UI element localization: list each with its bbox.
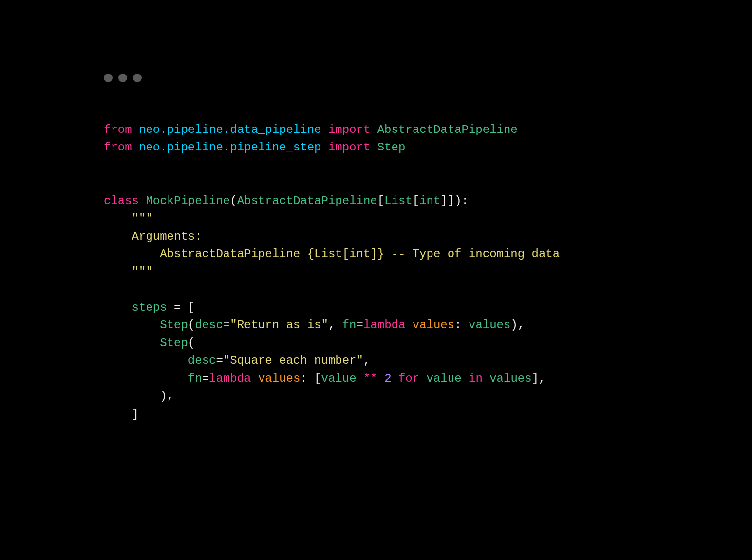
keyword-from: from [104, 123, 132, 136]
punct: ( [188, 318, 195, 332]
punct: , [363, 354, 370, 367]
call-name: Step [160, 336, 188, 350]
keyword-lambda: lambda [363, 318, 405, 332]
punct: : [454, 318, 469, 332]
code-block: from neo.pipeline.data_pipeline import A… [104, 121, 663, 423]
docstring: Arguments: [104, 230, 202, 243]
window-traffic-lights [104, 74, 663, 82]
punct: ( [188, 336, 195, 350]
close-icon[interactable] [104, 74, 113, 82]
punct: = [357, 318, 363, 332]
class-name: MockPipeline [146, 194, 230, 207]
module-path: neo.pipeline.data_pipeline [139, 123, 321, 136]
string-literal: "Return as is" [230, 318, 328, 332]
var-name: steps [132, 301, 167, 314]
punct: = [223, 318, 230, 332]
indent [104, 336, 160, 350]
import-name: AbstractDataPipeline [377, 123, 518, 136]
punct: ): [454, 194, 469, 207]
maximize-icon[interactable] [133, 74, 142, 82]
indent [104, 354, 188, 367]
keyword-lambda: lambda [209, 372, 251, 385]
call-name: Step [160, 318, 188, 332]
import-name: Step [377, 141, 406, 154]
punct: ] [132, 408, 139, 421]
module-path: neo.pipeline.pipeline_step [139, 141, 321, 154]
indent [104, 301, 132, 314]
indent [104, 408, 132, 421]
punct: ] [448, 194, 454, 207]
docstring: """ [104, 265, 153, 279]
kwarg: desc [188, 354, 216, 367]
keyword-import: import [328, 123, 370, 136]
var-ref: values [483, 372, 532, 385]
lambda-param: values [258, 372, 300, 385]
punct: , [328, 318, 342, 332]
docstring: """ [104, 212, 153, 225]
generic-type: List [384, 194, 413, 207]
var-ref: values [469, 318, 510, 332]
kwarg: fn [188, 372, 202, 385]
base-class: AbstractDataPipeline [237, 194, 377, 207]
indent [104, 318, 160, 332]
punct: = [ [167, 301, 195, 314]
punct: ] [440, 194, 447, 207]
punct: = [216, 354, 223, 367]
punct: ), [510, 318, 525, 332]
lambda-param: values [413, 318, 454, 332]
keyword-from: from [104, 141, 132, 154]
indent [104, 390, 160, 403]
punct: [ [413, 194, 419, 207]
code-window: from neo.pipeline.data_pipeline import A… [65, 49, 687, 511]
punct: = [202, 372, 209, 385]
indent [104, 372, 188, 385]
punct: ), [160, 390, 174, 403]
number-literal: 2 [384, 372, 391, 385]
string-literal: "Square each number" [223, 354, 363, 367]
keyword-class: class [104, 194, 139, 207]
keyword-in: in [462, 372, 483, 385]
operator: ** [357, 372, 385, 385]
iter-var: value [419, 372, 461, 385]
kwarg: fn [342, 318, 357, 332]
docstring: AbstractDataPipeline {List[int]} -- Type… [104, 247, 560, 261]
punct: ( [230, 194, 237, 207]
kwarg: desc [195, 318, 223, 332]
punct: ], [532, 372, 546, 385]
punct: [ [377, 194, 384, 207]
inner-type: int [419, 194, 440, 207]
keyword-for: for [392, 372, 420, 385]
minimize-icon[interactable] [118, 74, 127, 82]
keyword-import: import [328, 141, 370, 154]
var-ref: value [321, 372, 357, 385]
punct: : [ [300, 372, 321, 385]
